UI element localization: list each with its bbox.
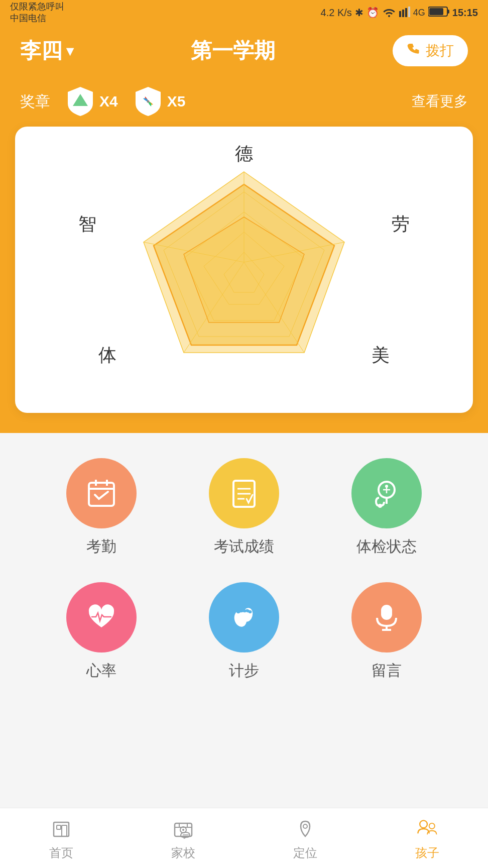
message-label: 留言 bbox=[372, 661, 402, 681]
dropdown-icon: ▾ bbox=[66, 43, 73, 59]
speed-indicator: 4.2 K/s bbox=[321, 7, 352, 19]
svg-point-8 bbox=[147, 100, 149, 103]
nav-school-label: 家校 bbox=[171, 845, 195, 861]
svg-rect-6 bbox=[429, 8, 443, 15]
battery-icon bbox=[428, 6, 449, 20]
svg-rect-1 bbox=[402, 10, 404, 17]
user-name: 李四 bbox=[20, 37, 62, 65]
steps-icon bbox=[226, 600, 262, 635]
school-nav-icon bbox=[170, 816, 196, 842]
svg-rect-47 bbox=[62, 825, 67, 836]
attendance-button[interactable]: 考勤 bbox=[66, 458, 137, 557]
attendance-label: 考勤 bbox=[86, 536, 116, 557]
nav-locate[interactable]: 定位 bbox=[292, 816, 318, 861]
time-display: 15:15 bbox=[452, 7, 478, 19]
radar-svg bbox=[118, 157, 370, 373]
exam-button[interactable]: 考试成绩 bbox=[209, 458, 279, 557]
nav-home-label: 首页 bbox=[49, 845, 73, 861]
medal-2-count: X5 bbox=[167, 93, 186, 110]
svg-rect-42 bbox=[381, 605, 392, 620]
svg-rect-2 bbox=[405, 8, 407, 17]
calendar-icon bbox=[84, 476, 119, 511]
svg-rect-21 bbox=[89, 483, 114, 506]
call-button[interactable]: 拨打 bbox=[393, 35, 468, 66]
medal-badge-1 bbox=[65, 86, 95, 117]
svg-point-53 bbox=[182, 829, 184, 831]
stethoscope-icon bbox=[369, 476, 404, 511]
semester-title: 第一学期 bbox=[191, 37, 275, 65]
medal-badge-2 bbox=[133, 86, 163, 117]
radar-label-zhi: 智 bbox=[78, 212, 96, 237]
home-nav-icon bbox=[48, 816, 74, 842]
radar-label-ti: 体 bbox=[98, 343, 116, 368]
svg-rect-0 bbox=[399, 11, 401, 17]
radar-label-mei: 美 bbox=[372, 343, 390, 368]
svg-point-57 bbox=[420, 820, 427, 828]
view-more-link[interactable]: 查看更多 bbox=[412, 92, 468, 111]
child-nav-icon bbox=[414, 816, 440, 842]
health-button[interactable]: 体检状态 bbox=[351, 458, 422, 557]
heartrate-label: 心率 bbox=[86, 661, 116, 681]
heart-icon bbox=[84, 600, 119, 635]
signal-icon bbox=[399, 6, 410, 20]
steps-button[interactable]: 计步 bbox=[209, 582, 279, 681]
svg-rect-3 bbox=[408, 7, 410, 17]
header: 李四 ▾ 第一学期 拨打 bbox=[0, 25, 488, 81]
health-label: 体检状态 bbox=[356, 536, 417, 557]
svg-point-56 bbox=[303, 824, 307, 828]
medals-label: 奖章 bbox=[20, 91, 50, 112]
health-icon-bg bbox=[351, 458, 422, 528]
exam-icon bbox=[226, 476, 262, 511]
svg-rect-5 bbox=[447, 10, 449, 14]
nav-child[interactable]: 孩子 bbox=[414, 816, 440, 861]
4g-icon: 4G bbox=[413, 8, 425, 18]
heartrate-button[interactable]: 心率 bbox=[66, 582, 137, 681]
wifi-icon bbox=[382, 6, 396, 20]
status-right: 4.2 K/s ✱ ⏰ 4G 15:15 bbox=[321, 6, 478, 20]
medal-item-1[interactable]: X4 bbox=[65, 86, 118, 117]
bluetooth-icon: ✱ bbox=[355, 7, 363, 19]
medal-1-count: X4 bbox=[99, 93, 118, 110]
actions-row-2: 心率 计步 bbox=[30, 582, 458, 681]
steps-label: 计步 bbox=[229, 661, 259, 681]
user-selector[interactable]: 李四 ▾ bbox=[20, 37, 73, 65]
alarm-icon: ⏰ bbox=[367, 7, 379, 19]
bottom-nav: 首页 家校 定位 bbox=[0, 808, 488, 868]
exam-label: 考试成绩 bbox=[214, 536, 274, 557]
status-bar: 仅限紧急呼叫 中国电信 4.2 K/s ✱ ⏰ 4G 15:15 bbox=[0, 0, 488, 25]
radar-card: 德 劳 美 体 智 bbox=[15, 127, 473, 413]
locate-nav-icon bbox=[292, 816, 318, 842]
microphone-icon bbox=[369, 600, 404, 635]
nav-child-label: 孩子 bbox=[415, 845, 439, 861]
attendance-icon-bg bbox=[66, 458, 137, 528]
nav-school[interactable]: 家校 bbox=[170, 816, 196, 861]
medals-bar: 奖章 X4 X5 bbox=[0, 81, 488, 132]
nav-locate-label: 定位 bbox=[293, 845, 317, 861]
message-button[interactable]: 留言 bbox=[351, 582, 422, 681]
call-label: 拨打 bbox=[426, 41, 454, 60]
medal-item-2[interactable]: X5 bbox=[133, 86, 186, 117]
exam-icon-bg bbox=[209, 458, 279, 528]
carrier-info: 仅限紧急呼叫 中国电信 bbox=[10, 1, 64, 25]
nav-home[interactable]: 首页 bbox=[48, 816, 74, 861]
actions-row-1: 考勤 考试成绩 bbox=[30, 458, 458, 557]
svg-rect-46 bbox=[57, 825, 61, 829]
steps-icon-bg bbox=[209, 582, 279, 653]
actions-section: 考勤 考试成绩 bbox=[0, 433, 488, 721]
message-icon-bg bbox=[351, 582, 422, 653]
radar-label-lao: 劳 bbox=[392, 212, 410, 237]
svg-point-34 bbox=[378, 504, 382, 508]
radar-chart: 德 劳 美 体 智 bbox=[93, 147, 395, 388]
phone-icon bbox=[407, 42, 421, 60]
heartrate-icon-bg bbox=[66, 582, 137, 653]
svg-point-58 bbox=[429, 823, 434, 828]
